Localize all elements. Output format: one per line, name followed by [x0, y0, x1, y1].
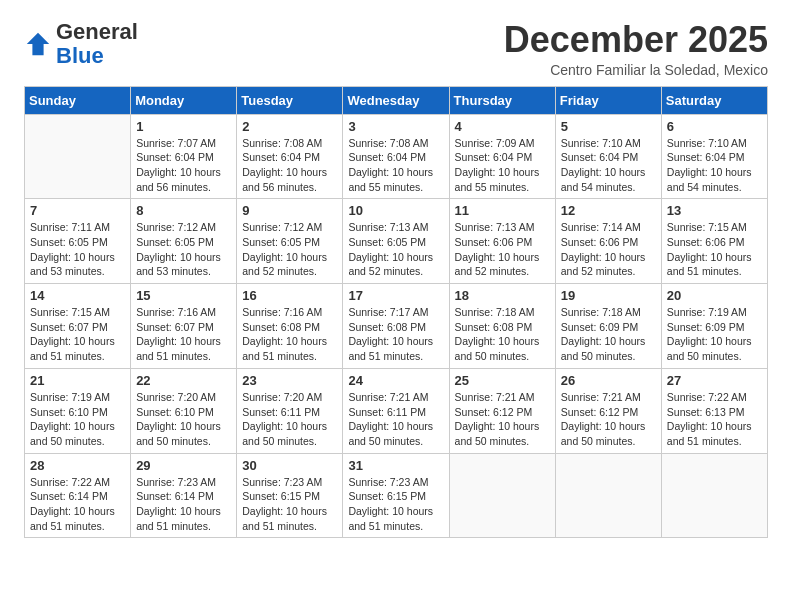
- day-of-week-header: Monday: [131, 86, 237, 114]
- calendar-cell: 7Sunrise: 7:11 AM Sunset: 6:05 PM Daylig…: [25, 199, 131, 284]
- day-info: Sunrise: 7:13 AM Sunset: 6:06 PM Dayligh…: [455, 220, 550, 279]
- calendar-cell: 9Sunrise: 7:12 AM Sunset: 6:05 PM Daylig…: [237, 199, 343, 284]
- day-number: 9: [242, 203, 337, 218]
- calendar-cell: 11Sunrise: 7:13 AM Sunset: 6:06 PM Dayli…: [449, 199, 555, 284]
- day-info: Sunrise: 7:21 AM Sunset: 6:11 PM Dayligh…: [348, 390, 443, 449]
- calendar-cell: 21Sunrise: 7:19 AM Sunset: 6:10 PM Dayli…: [25, 368, 131, 453]
- logo-blue-text: Blue: [56, 43, 104, 68]
- title-block: December 2025 Centro Familiar la Soledad…: [504, 20, 768, 78]
- calendar-table: SundayMondayTuesdayWednesdayThursdayFrid…: [24, 86, 768, 539]
- day-info: Sunrise: 7:12 AM Sunset: 6:05 PM Dayligh…: [136, 220, 231, 279]
- calendar-cell: [25, 114, 131, 199]
- day-number: 7: [30, 203, 125, 218]
- day-number: 26: [561, 373, 656, 388]
- calendar-cell: [661, 453, 767, 538]
- calendar-week-row: 28Sunrise: 7:22 AM Sunset: 6:14 PM Dayli…: [25, 453, 768, 538]
- calendar-cell: 2Sunrise: 7:08 AM Sunset: 6:04 PM Daylig…: [237, 114, 343, 199]
- day-of-week-header: Tuesday: [237, 86, 343, 114]
- day-number: 28: [30, 458, 125, 473]
- day-number: 21: [30, 373, 125, 388]
- calendar-cell: 13Sunrise: 7:15 AM Sunset: 6:06 PM Dayli…: [661, 199, 767, 284]
- day-number: 12: [561, 203, 656, 218]
- day-info: Sunrise: 7:18 AM Sunset: 6:08 PM Dayligh…: [455, 305, 550, 364]
- day-info: Sunrise: 7:21 AM Sunset: 6:12 PM Dayligh…: [455, 390, 550, 449]
- calendar-week-row: 1Sunrise: 7:07 AM Sunset: 6:04 PM Daylig…: [25, 114, 768, 199]
- calendar-cell: 19Sunrise: 7:18 AM Sunset: 6:09 PM Dayli…: [555, 284, 661, 369]
- day-number: 30: [242, 458, 337, 473]
- calendar-cell: 24Sunrise: 7:21 AM Sunset: 6:11 PM Dayli…: [343, 368, 449, 453]
- day-info: Sunrise: 7:19 AM Sunset: 6:09 PM Dayligh…: [667, 305, 762, 364]
- day-of-week-header: Sunday: [25, 86, 131, 114]
- day-info: Sunrise: 7:16 AM Sunset: 6:08 PM Dayligh…: [242, 305, 337, 364]
- day-number: 2: [242, 119, 337, 134]
- day-info: Sunrise: 7:13 AM Sunset: 6:05 PM Dayligh…: [348, 220, 443, 279]
- day-number: 3: [348, 119, 443, 134]
- day-number: 13: [667, 203, 762, 218]
- calendar-cell: 10Sunrise: 7:13 AM Sunset: 6:05 PM Dayli…: [343, 199, 449, 284]
- day-number: 23: [242, 373, 337, 388]
- calendar-cell: 5Sunrise: 7:10 AM Sunset: 6:04 PM Daylig…: [555, 114, 661, 199]
- day-number: 6: [667, 119, 762, 134]
- day-info: Sunrise: 7:20 AM Sunset: 6:10 PM Dayligh…: [136, 390, 231, 449]
- day-number: 27: [667, 373, 762, 388]
- svg-marker-0: [27, 33, 49, 55]
- day-info: Sunrise: 7:17 AM Sunset: 6:08 PM Dayligh…: [348, 305, 443, 364]
- day-info: Sunrise: 7:12 AM Sunset: 6:05 PM Dayligh…: [242, 220, 337, 279]
- calendar-cell: 3Sunrise: 7:08 AM Sunset: 6:04 PM Daylig…: [343, 114, 449, 199]
- day-number: 17: [348, 288, 443, 303]
- calendar-cell: 23Sunrise: 7:20 AM Sunset: 6:11 PM Dayli…: [237, 368, 343, 453]
- day-info: Sunrise: 7:10 AM Sunset: 6:04 PM Dayligh…: [561, 136, 656, 195]
- day-number: 11: [455, 203, 550, 218]
- calendar-cell: [449, 453, 555, 538]
- day-info: Sunrise: 7:21 AM Sunset: 6:12 PM Dayligh…: [561, 390, 656, 449]
- logo-general-text: General: [56, 19, 138, 44]
- day-info: Sunrise: 7:23 AM Sunset: 6:14 PM Dayligh…: [136, 475, 231, 534]
- day-number: 18: [455, 288, 550, 303]
- day-number: 20: [667, 288, 762, 303]
- day-number: 5: [561, 119, 656, 134]
- calendar-cell: 29Sunrise: 7:23 AM Sunset: 6:14 PM Dayli…: [131, 453, 237, 538]
- day-of-week-header: Wednesday: [343, 86, 449, 114]
- calendar-cell: 14Sunrise: 7:15 AM Sunset: 6:07 PM Dayli…: [25, 284, 131, 369]
- day-info: Sunrise: 7:07 AM Sunset: 6:04 PM Dayligh…: [136, 136, 231, 195]
- day-number: 29: [136, 458, 231, 473]
- day-number: 22: [136, 373, 231, 388]
- day-info: Sunrise: 7:22 AM Sunset: 6:13 PM Dayligh…: [667, 390, 762, 449]
- day-info: Sunrise: 7:19 AM Sunset: 6:10 PM Dayligh…: [30, 390, 125, 449]
- day-info: Sunrise: 7:15 AM Sunset: 6:06 PM Dayligh…: [667, 220, 762, 279]
- calendar-cell: 12Sunrise: 7:14 AM Sunset: 6:06 PM Dayli…: [555, 199, 661, 284]
- day-number: 24: [348, 373, 443, 388]
- calendar-cell: 1Sunrise: 7:07 AM Sunset: 6:04 PM Daylig…: [131, 114, 237, 199]
- day-of-week-header: Thursday: [449, 86, 555, 114]
- location-subtitle: Centro Familiar la Soledad, Mexico: [504, 62, 768, 78]
- calendar-cell: 6Sunrise: 7:10 AM Sunset: 6:04 PM Daylig…: [661, 114, 767, 199]
- logo: General Blue: [24, 20, 138, 68]
- calendar-cell: 26Sunrise: 7:21 AM Sunset: 6:12 PM Dayli…: [555, 368, 661, 453]
- day-info: Sunrise: 7:18 AM Sunset: 6:09 PM Dayligh…: [561, 305, 656, 364]
- day-info: Sunrise: 7:20 AM Sunset: 6:11 PM Dayligh…: [242, 390, 337, 449]
- day-info: Sunrise: 7:22 AM Sunset: 6:14 PM Dayligh…: [30, 475, 125, 534]
- day-info: Sunrise: 7:15 AM Sunset: 6:07 PM Dayligh…: [30, 305, 125, 364]
- calendar-cell: 16Sunrise: 7:16 AM Sunset: 6:08 PM Dayli…: [237, 284, 343, 369]
- calendar-cell: 25Sunrise: 7:21 AM Sunset: 6:12 PM Dayli…: [449, 368, 555, 453]
- calendar-week-row: 21Sunrise: 7:19 AM Sunset: 6:10 PM Dayli…: [25, 368, 768, 453]
- calendar-cell: 4Sunrise: 7:09 AM Sunset: 6:04 PM Daylig…: [449, 114, 555, 199]
- calendar-cell: 20Sunrise: 7:19 AM Sunset: 6:09 PM Dayli…: [661, 284, 767, 369]
- day-number: 16: [242, 288, 337, 303]
- day-of-week-header: Saturday: [661, 86, 767, 114]
- day-info: Sunrise: 7:14 AM Sunset: 6:06 PM Dayligh…: [561, 220, 656, 279]
- day-info: Sunrise: 7:09 AM Sunset: 6:04 PM Dayligh…: [455, 136, 550, 195]
- day-number: 14: [30, 288, 125, 303]
- day-number: 8: [136, 203, 231, 218]
- day-number: 19: [561, 288, 656, 303]
- day-info: Sunrise: 7:23 AM Sunset: 6:15 PM Dayligh…: [348, 475, 443, 534]
- day-number: 10: [348, 203, 443, 218]
- calendar-cell: [555, 453, 661, 538]
- calendar-cell: 22Sunrise: 7:20 AM Sunset: 6:10 PM Dayli…: [131, 368, 237, 453]
- day-info: Sunrise: 7:16 AM Sunset: 6:07 PM Dayligh…: [136, 305, 231, 364]
- month-title: December 2025: [504, 20, 768, 60]
- calendar-cell: 15Sunrise: 7:16 AM Sunset: 6:07 PM Dayli…: [131, 284, 237, 369]
- day-info: Sunrise: 7:08 AM Sunset: 6:04 PM Dayligh…: [348, 136, 443, 195]
- calendar-week-row: 14Sunrise: 7:15 AM Sunset: 6:07 PM Dayli…: [25, 284, 768, 369]
- calendar-cell: 30Sunrise: 7:23 AM Sunset: 6:15 PM Dayli…: [237, 453, 343, 538]
